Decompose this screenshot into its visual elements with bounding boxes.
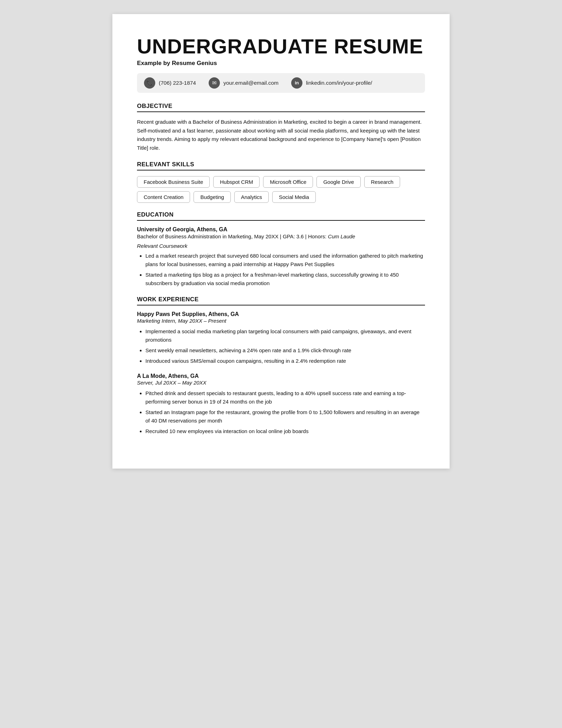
edu-bullet: Led a market research project that surve… — [145, 252, 425, 269]
edu-degree: Bachelor of Business Administration in M… — [137, 233, 425, 239]
objective-section: OBJECTIVE Recent graduate with a Bachelo… — [137, 103, 425, 153]
skill-tag: Hubspot CRM — [213, 176, 260, 188]
objective-text: Recent graduate with a Bachelor of Busin… — [137, 118, 425, 153]
edu-bullets: Led a market research project that surve… — [137, 252, 425, 288]
work-bullets: Implemented a social media marketing pla… — [137, 327, 425, 365]
resume-title: UNDERGRADUATE RESUME — [137, 35, 425, 58]
skill-tag: Analytics — [234, 191, 269, 203]
skill-tag: Social Media — [272, 191, 316, 203]
work-bullet: Pitched drink and dessert specials to re… — [145, 389, 425, 406]
work-heading: WORK EXPERIENCE — [137, 296, 199, 303]
objective-heading-wrapper: OBJECTIVE — [137, 103, 425, 112]
resume-subtitle: Example by Resume Genius — [137, 60, 425, 67]
contact-bar: 📞 (706) 223-1874 ✉ your.email@email.com … — [137, 73, 425, 93]
skills-section: RELEVANT SKILLS Facebook Business SuiteH… — [137, 161, 425, 203]
education-heading-wrapper: EDUCATION — [137, 211, 425, 221]
work-bullet: Recruited 10 new employees via interacti… — [145, 427, 425, 436]
work-bullets: Pitched drink and dessert specials to re… — [137, 389, 425, 436]
objective-heading: OBJECTIVE — [137, 103, 172, 109]
contact-linkedin: in linkedin.com/in/your-profile/ — [291, 77, 372, 89]
resume-page: UNDERGRADUATE RESUME Example by Resume G… — [112, 14, 450, 469]
work-heading-wrapper: WORK EXPERIENCE — [137, 296, 425, 305]
skill-tag: Facebook Business Suite — [137, 176, 210, 188]
skill-tag: Budgeting — [194, 191, 231, 203]
skills-grid: Facebook Business SuiteHubspot CRMMicros… — [137, 176, 425, 203]
work-bullet: Started an Instagram page for the restau… — [145, 408, 425, 425]
edu-school: University of Georgia, Athens, GA — [137, 226, 425, 233]
work-bullet: Implemented a social media marketing pla… — [145, 327, 425, 344]
work-bullet: Sent weekly email newsletters, achieving… — [145, 346, 425, 355]
skill-tag: Google Drive — [316, 176, 361, 188]
education-section: EDUCATION University of Georgia, Athens,… — [137, 211, 425, 288]
work-role: Server, Jul 20XX – May 20XX — [137, 380, 425, 386]
phone-icon: 📞 — [144, 77, 155, 89]
contact-email: ✉ your.email@email.com — [209, 77, 279, 89]
work-block: Happy Paws Pet Supplies, Athens, GAMarke… — [137, 311, 425, 365]
education-heading: EDUCATION — [137, 211, 174, 218]
coursework-label: Relevant Coursework — [137, 243, 425, 249]
work-employer: A La Mode, Athens, GA — [137, 373, 425, 379]
email-icon: ✉ — [209, 77, 220, 89]
work-section: WORK EXPERIENCE Happy Paws Pet Supplies,… — [137, 296, 425, 436]
work-bullet: Introduced various SMS/email coupon camp… — [145, 357, 425, 365]
skill-tag: Microsoft Office — [263, 176, 313, 188]
skills-heading: RELEVANT SKILLS — [137, 161, 194, 168]
skill-tag: Research — [364, 176, 400, 188]
skill-tag: Content Creation — [137, 191, 190, 203]
work-block: A La Mode, Athens, GAServer, Jul 20XX – … — [137, 373, 425, 436]
edu-bullet: Started a marketing tips blog as a proje… — [145, 271, 425, 288]
work-employer: Happy Paws Pet Supplies, Athens, GA — [137, 311, 425, 317]
skills-heading-wrapper: RELEVANT SKILLS — [137, 161, 425, 170]
linkedin-icon: in — [291, 77, 302, 89]
contact-phone: 📞 (706) 223-1874 — [144, 77, 196, 89]
work-jobs: Happy Paws Pet Supplies, Athens, GAMarke… — [137, 311, 425, 436]
work-role: Marketing Intern, May 20XX – Present — [137, 318, 425, 324]
